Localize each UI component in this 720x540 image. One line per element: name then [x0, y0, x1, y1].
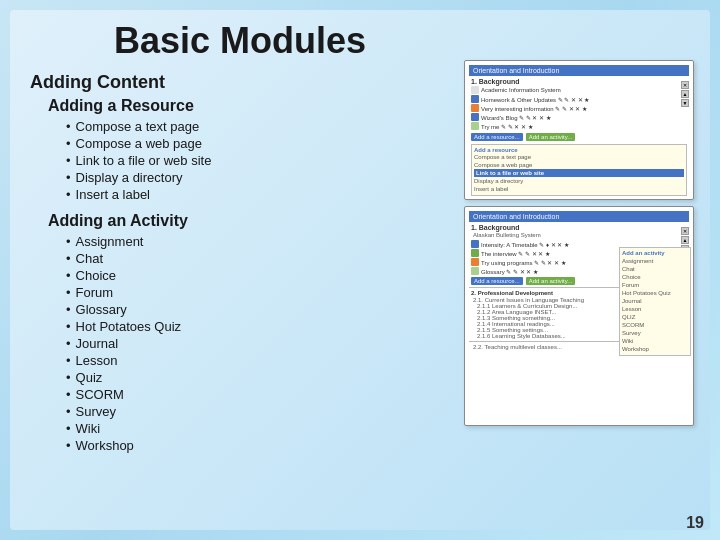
mock-sidebar-right-top: ✕ ▲ ▼ — [681, 81, 691, 107]
list-item-display-dir: Display a directory — [66, 170, 450, 185]
mock-add-resource-btn-2: Add a resource... — [471, 277, 523, 285]
mock-section-background-2: 1. Background — [471, 224, 689, 231]
mock-sidebar-btn-b1: ✕ — [681, 227, 689, 235]
mock-icon-b2 — [471, 249, 479, 257]
list-item-compose-web: Compose a web page — [66, 136, 450, 151]
slide: Basic Modules Adding Content Adding a Re… — [10, 10, 710, 530]
mock-row-5: Try me ✎ ✎ ✕ ✕ ★ — [469, 122, 689, 130]
list-item-insert-label: Insert a label — [66, 187, 450, 202]
mock-header-bottom: Orientation and Introduction — [469, 211, 689, 222]
list-item-hot-potatoes: Hot Potatoes Quiz — [66, 319, 450, 334]
mock-icon-2 — [471, 95, 479, 103]
list-item-forum: Forum — [66, 285, 450, 300]
mock-add-resource-btn: Add a resource... — [471, 133, 523, 141]
mock-header-top: Orientation and Introduction — [469, 65, 689, 76]
list-item-workshop: Workshop — [66, 438, 450, 453]
list-item-wiki: Wiki — [66, 421, 450, 436]
sub-bullet-adding-resource: Adding a Resource — [48, 97, 450, 115]
mock-sidebar-btn-1: ✕ — [681, 81, 689, 89]
list-item-lesson: Lesson — [66, 353, 450, 368]
mock-row-4: Wizard's Blog ✎ ✎ ✕ ✕ ★ — [469, 113, 689, 121]
screenshots-area: Orientation and Introduction 1. Backgrou… — [464, 20, 694, 520]
mock-sidebar-btn-b2: ▲ — [681, 236, 689, 244]
list-item-journal: Journal — [66, 336, 450, 351]
mock-row-2: Homework & Other Updates ✎ ✎ ✕ ✕ ★ — [469, 95, 689, 103]
mock-icon-b4 — [471, 267, 479, 275]
screenshot-add-activity: Orientation and Introduction 1. Backgrou… — [464, 206, 694, 426]
mock-icon-b3 — [471, 258, 479, 266]
list-item-assignment: Assignment — [66, 234, 450, 249]
mock-add-activity-btn: Add an activity... — [526, 133, 576, 141]
page-number: 19 — [686, 514, 704, 532]
screenshot-add-resource: Orientation and Introduction 1. Backgrou… — [464, 60, 694, 200]
mock-add-activity-btn-2: Add an activity... — [526, 277, 576, 285]
mock-row-3: Very interesting information ✎ ✎ ✕ ✕ ★ — [469, 104, 689, 112]
list-item-glossary: Glossary — [66, 302, 450, 317]
mock-sidebar-btn-3: ▼ — [681, 99, 689, 107]
list-item-choice: Choice — [66, 268, 450, 283]
slide-title: Basic Modules — [30, 20, 450, 62]
mock-row-1: Academic Information System — [469, 86, 689, 94]
list-item-chat: Chat — [66, 251, 450, 266]
list-item-quiz: Quiz — [66, 370, 450, 385]
mock-icon-5 — [471, 122, 479, 130]
mock-icon-b1 — [471, 240, 479, 248]
mock-section-background: 1. Background — [471, 78, 689, 85]
main-bullet-adding-content: Adding Content — [30, 72, 450, 93]
sub-bullet-adding-activity: Adding an Activity — [48, 212, 450, 230]
list-item-scorm: SCORM — [66, 387, 450, 402]
mock-icon-1 — [471, 86, 479, 94]
content-area: Basic Modules Adding Content Adding a Re… — [30, 20, 450, 520]
list-item-link-file: Link to a file or web site — [66, 153, 450, 168]
list-item-compose-text: Compose a text page — [66, 119, 450, 134]
mock-icon-3 — [471, 104, 479, 112]
mock-icon-4 — [471, 113, 479, 121]
list-item-survey: Survey — [66, 404, 450, 419]
mock-sidebar-btn-2: ▲ — [681, 90, 689, 98]
